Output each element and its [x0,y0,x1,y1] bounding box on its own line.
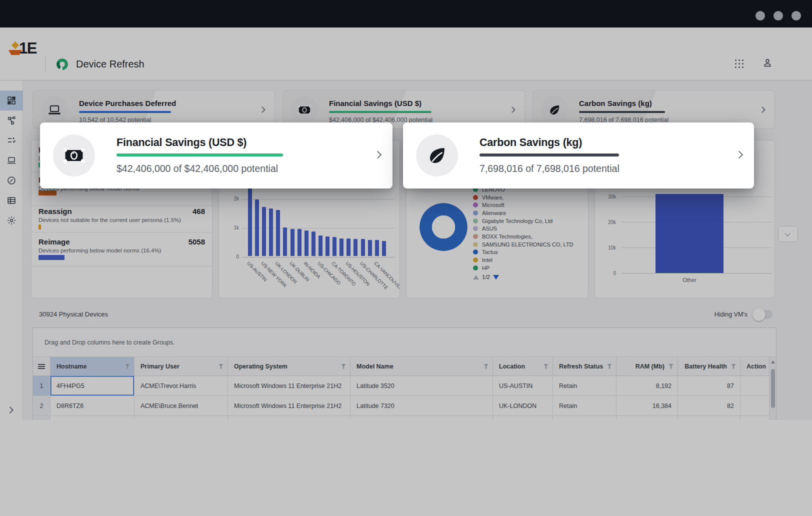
popup-subtitle: $42,406,000 of $42,406,000 potential [116,163,278,174]
popup-carbon-savings[interactable]: Carbon Savings (kg) 7,698,016 of 7,698,0… [403,122,754,188]
app-window: 1E Device Refresh [0,0,812,516]
popup-title: Carbon Savings (kg) [480,136,582,149]
popup-accent-bar [116,154,283,156]
banknote-icon [53,134,95,176]
popup-subtitle: 7,698,016 of 7,698,016 potential [480,163,620,174]
popup-accent-bar [480,154,619,156]
chevron-right-icon[interactable] [736,151,744,159]
modal-dim-overlay[interactable] [0,0,812,516]
popup-financial-savings[interactable]: Financial Savings (USD $) $42,406,000 of… [40,122,392,188]
popup-title: Financial Savings (USD $) [116,136,246,149]
chevron-right-icon[interactable] [374,151,382,159]
leaf-icon [416,134,458,176]
